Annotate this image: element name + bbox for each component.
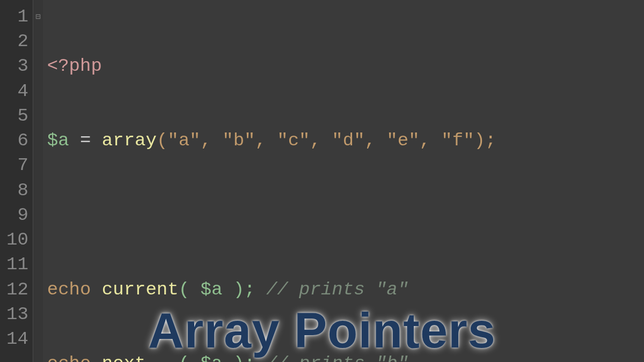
keyword-token: echo [47,279,102,300]
code-line [47,203,496,227]
line-number: 5 [6,104,28,128]
args-token: ( $a ); [179,279,266,300]
line-number: 10 [6,227,28,252]
line-number-gutter: 1 2 3 4 5 6 7 8 9 10 11 12 13 14 [0,0,33,362]
title-overlay: Array Pointers [148,302,496,359]
line-number: 2 [6,29,28,54]
line-number: 3 [6,54,28,78]
line-number: 14 [6,327,28,351]
fold-collapse-icon[interactable]: ⊟ [35,12,41,22]
fold-column: ⊟ [33,0,43,362]
line-number: 9 [6,203,28,227]
line-number: 13 [6,302,28,327]
line-number: 6 [6,128,28,153]
line-number: 1 [6,4,28,29]
line-number: 7 [6,153,28,178]
line-number: 11 [6,252,28,277]
variable-token: $a [47,130,69,151]
code-line: echo current( $a ); // prints "a" [47,277,496,302]
line-number: 12 [6,277,28,302]
function-token: array [102,130,157,151]
keyword-token: echo [47,353,102,362]
line-number: 8 [6,178,28,203]
function-token: current [102,279,179,300]
line-number: 4 [6,79,28,104]
code-line: <?php [47,54,496,78]
operator-token: = [69,130,102,151]
php-open-tag: <?php [47,56,102,76]
comment-token: // prints "a" [266,279,408,300]
code-line: $a = array("a", "b", "c", "d", "e", "f")… [47,128,496,153]
args-token: ("a", "b", "c", "d", "e", "f"); [157,130,496,151]
